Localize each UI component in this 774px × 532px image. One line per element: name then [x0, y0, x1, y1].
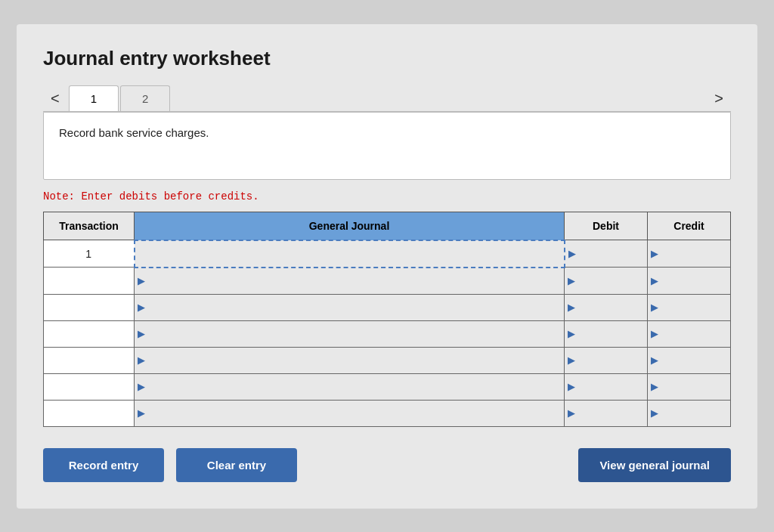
- journal-cell-2[interactable]: ▶: [135, 294, 565, 320]
- debit-input-3[interactable]: [575, 321, 647, 347]
- transaction-cell-3: [44, 320, 135, 347]
- table-row: ▶▶▶: [44, 320, 731, 347]
- journal-input-4[interactable]: [145, 348, 564, 373]
- debit-input-4[interactable]: [575, 348, 647, 373]
- debit-cell-3[interactable]: ▶: [565, 320, 648, 347]
- description-text: Record bank service charges.: [59, 126, 209, 139]
- debit-arrow-6: ▶: [565, 407, 575, 419]
- buttons-row: Record entry Clear entry View general jo…: [43, 448, 731, 482]
- journal-input-2[interactable]: [145, 295, 564, 320]
- journal-input-6[interactable]: [145, 401, 564, 426]
- debit-input-0[interactable]: [576, 241, 648, 267]
- debit-input-5[interactable]: [575, 374, 647, 400]
- debit-cell-6[interactable]: ▶: [565, 400, 648, 426]
- debit-arrow-1: ▶: [565, 275, 575, 286]
- credit-cell-1[interactable]: ▶: [648, 268, 731, 295]
- debit-cell-2[interactable]: ▶: [565, 294, 648, 320]
- description-box: Record bank service charges.: [43, 112, 731, 180]
- table-row: ▶▶▶: [44, 294, 731, 320]
- row-arrow-4: ▶: [135, 354, 145, 366]
- row-arrow-3: ▶: [135, 328, 145, 339]
- journal-input-3[interactable]: [145, 321, 564, 347]
- credit-input-6[interactable]: [658, 401, 730, 426]
- credit-arrow-1: ▶: [648, 275, 658, 286]
- header-debit: Debit: [565, 212, 648, 240]
- tabs-wrapper: < 1 2 >: [43, 85, 731, 112]
- credit-cell-0[interactable]: ▶: [648, 240, 731, 268]
- journal-cell-5[interactable]: ▶: [135, 373, 565, 400]
- debit-cell-1[interactable]: ▶: [565, 268, 648, 295]
- debit-arrow-3: ▶: [565, 328, 575, 339]
- header-journal: General Journal: [135, 212, 565, 240]
- credit-arrow-3: ▶: [648, 328, 658, 339]
- debit-arrow-2: ▶: [565, 302, 575, 313]
- record-entry-button[interactable]: Record entry: [43, 448, 164, 482]
- credit-arrow-0: ▶: [648, 248, 658, 259]
- journal-input-1[interactable]: [145, 268, 564, 294]
- header-transaction: Transaction: [44, 212, 135, 240]
- credit-input-2[interactable]: [658, 295, 730, 320]
- transaction-cell-0: 1: [44, 240, 135, 268]
- note-text: Note: Enter debits before credits.: [43, 190, 731, 203]
- journal-cell-6[interactable]: ▶: [135, 400, 565, 426]
- debit-input-6[interactable]: [575, 401, 647, 426]
- credit-arrow-5: ▶: [648, 381, 658, 392]
- row-arrow-2: ▶: [135, 302, 145, 313]
- credit-cell-6[interactable]: ▶: [648, 400, 731, 426]
- journal-input-0[interactable]: [135, 241, 564, 267]
- row-arrow-5: ▶: [135, 381, 145, 392]
- view-general-journal-button[interactable]: View general journal: [578, 448, 731, 482]
- credit-input-4[interactable]: [658, 348, 730, 373]
- table-header-row: Transaction General Journal Debit Credit: [44, 212, 731, 240]
- credit-cell-5[interactable]: ▶: [648, 373, 731, 400]
- table-row: ▶▶▶: [44, 400, 731, 426]
- table-row: 1▶▶: [44, 240, 731, 268]
- credit-input-0[interactable]: [658, 241, 730, 267]
- credit-input-3[interactable]: [658, 321, 730, 347]
- debit-cell-4[interactable]: ▶: [565, 347, 648, 373]
- table-row: ▶▶▶: [44, 373, 731, 400]
- clear-entry-button[interactable]: Clear entry: [176, 448, 297, 482]
- table-row: ▶▶▶: [44, 268, 731, 295]
- credit-cell-2[interactable]: ▶: [648, 294, 731, 320]
- tab-1[interactable]: 1: [69, 85, 119, 111]
- credit-cell-4[interactable]: ▶: [648, 347, 731, 373]
- page-title: Journal entry worksheet: [43, 47, 731, 70]
- table-row: ▶▶▶: [44, 347, 731, 373]
- transaction-cell-5: [44, 373, 135, 400]
- journal-cell-3[interactable]: ▶: [135, 320, 565, 347]
- debit-input-1[interactable]: [575, 268, 647, 293]
- credit-cell-3[interactable]: ▶: [648, 320, 731, 347]
- row-arrow-6: ▶: [135, 407, 145, 419]
- journal-table: Transaction General Journal Debit Credit…: [43, 212, 731, 427]
- credit-input-1[interactable]: [658, 268, 730, 293]
- journal-input-5[interactable]: [145, 374, 564, 400]
- journal-cell-1[interactable]: ▶: [135, 268, 565, 295]
- debit-cell-5[interactable]: ▶: [565, 373, 648, 400]
- debit-arrow-5: ▶: [565, 381, 575, 392]
- credit-arrow-4: ▶: [648, 354, 658, 366]
- credit-arrow-6: ▶: [648, 407, 658, 419]
- credit-input-5[interactable]: [658, 374, 730, 400]
- debit-cell-0[interactable]: ▶: [565, 240, 648, 268]
- row-arrow-1: ▶: [135, 275, 145, 286]
- debit-arrow-4: ▶: [565, 354, 575, 366]
- journal-cell-0[interactable]: [135, 240, 565, 268]
- debit-input-2[interactable]: [575, 295, 647, 320]
- transaction-cell-4: [44, 347, 135, 373]
- transaction-cell-6: [44, 400, 135, 426]
- tab-2[interactable]: 2: [120, 85, 170, 111]
- credit-arrow-2: ▶: [648, 302, 658, 313]
- debit-arrow-0: ▶: [565, 248, 576, 259]
- prev-arrow[interactable]: <: [43, 86, 67, 110]
- transaction-cell-2: [44, 294, 135, 320]
- transaction-cell-1: [44, 268, 135, 295]
- main-container: Journal entry worksheet < 1 2 > Record b…: [17, 24, 757, 509]
- next-arrow[interactable]: >: [707, 86, 731, 110]
- journal-cell-4[interactable]: ▶: [135, 347, 565, 373]
- header-credit: Credit: [648, 212, 731, 240]
